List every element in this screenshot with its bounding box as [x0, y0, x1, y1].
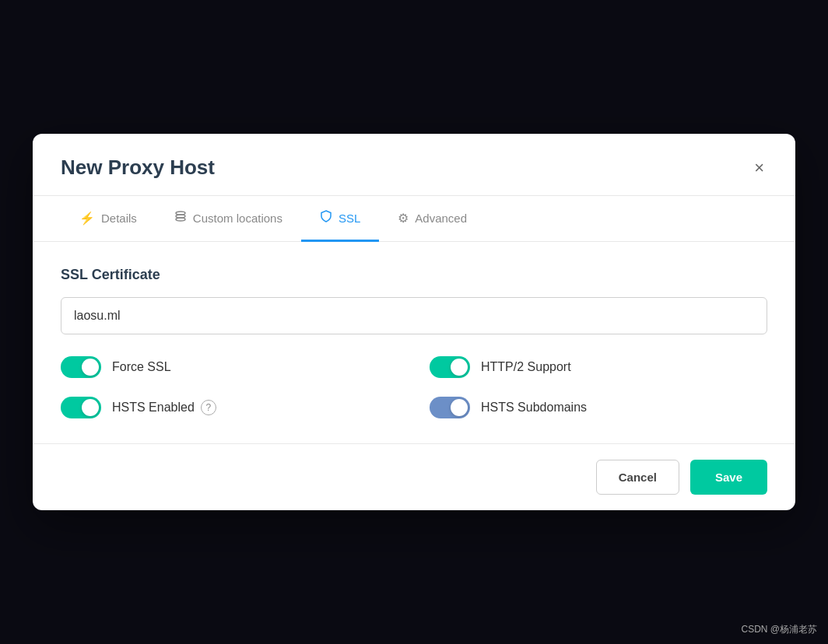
- modal-backdrop: New Proxy Host × ⚡ Details Custom locati…: [0, 0, 828, 644]
- ssl-section-title: SSL Certificate: [61, 267, 767, 283]
- hsts-enabled-label: HSTS Enabled ?: [112, 400, 216, 415]
- modal-title: New Proxy Host: [61, 156, 215, 180]
- custom-locations-icon: [174, 210, 187, 226]
- tab-details-label: Details: [101, 212, 137, 225]
- close-button[interactable]: ×: [751, 156, 767, 180]
- http2-thumb: [451, 359, 468, 376]
- tab-bar: ⚡ Details Custom locations: [33, 196, 795, 242]
- force-ssl-toggle[interactable]: [61, 356, 101, 378]
- tab-advanced-label: Advanced: [415, 212, 467, 225]
- hsts-subdomains-thumb: [451, 399, 468, 416]
- hsts-subdomains-label: HSTS Subdomains: [481, 401, 587, 415]
- tab-advanced[interactable]: ⚙ Advanced: [379, 197, 486, 242]
- hsts-enabled-track[interactable]: [61, 397, 101, 418]
- modal-header: New Proxy Host ×: [33, 134, 795, 196]
- modal-body: SSL Certificate Force SSL: [33, 242, 795, 443]
- force-ssl-thumb: [82, 359, 99, 376]
- hsts-subdomains-track[interactable]: [430, 397, 470, 418]
- toggle-row-hsts-enabled: HSTS Enabled ?: [61, 397, 398, 418]
- ssl-icon: [320, 210, 332, 226]
- hsts-enabled-toggle[interactable]: [61, 397, 101, 418]
- modal-dialog: New Proxy Host × ⚡ Details Custom locati…: [33, 134, 795, 510]
- watermark: CSDN @杨浦老苏: [741, 623, 817, 636]
- tab-details[interactable]: ⚡ Details: [61, 197, 156, 242]
- tab-custom-locations[interactable]: Custom locations: [156, 196, 301, 242]
- modal-footer: Cancel Save: [33, 443, 795, 510]
- ssl-certificate-input[interactable]: [61, 297, 767, 334]
- tab-ssl-label: SSL: [339, 212, 360, 225]
- toggle-grid: Force SSL HTTP/2 Support: [61, 356, 767, 418]
- svg-point-2: [176, 218, 185, 221]
- hsts-subdomains-toggle[interactable]: [430, 397, 470, 418]
- tab-ssl[interactable]: SSL: [301, 196, 379, 242]
- save-button[interactable]: Save: [690, 460, 767, 495]
- hsts-enabled-thumb: [82, 399, 99, 416]
- force-ssl-label: Force SSL: [112, 360, 171, 374]
- toggle-row-force-ssl: Force SSL: [61, 356, 398, 378]
- http2-label: HTTP/2 Support: [481, 360, 571, 374]
- toggle-row-http2: HTTP/2 Support: [430, 356, 767, 378]
- cancel-button[interactable]: Cancel: [596, 460, 679, 495]
- http2-toggle[interactable]: [430, 356, 470, 378]
- force-ssl-track[interactable]: [61, 356, 101, 378]
- http2-track[interactable]: [430, 356, 470, 378]
- advanced-icon: ⚙: [398, 211, 409, 226]
- details-icon: ⚡: [79, 211, 95, 226]
- toggle-row-hsts-subdomains: HSTS Subdomains: [430, 397, 767, 418]
- tab-custom-locations-label: Custom locations: [193, 212, 282, 225]
- hsts-enabled-help-icon[interactable]: ?: [201, 400, 216, 415]
